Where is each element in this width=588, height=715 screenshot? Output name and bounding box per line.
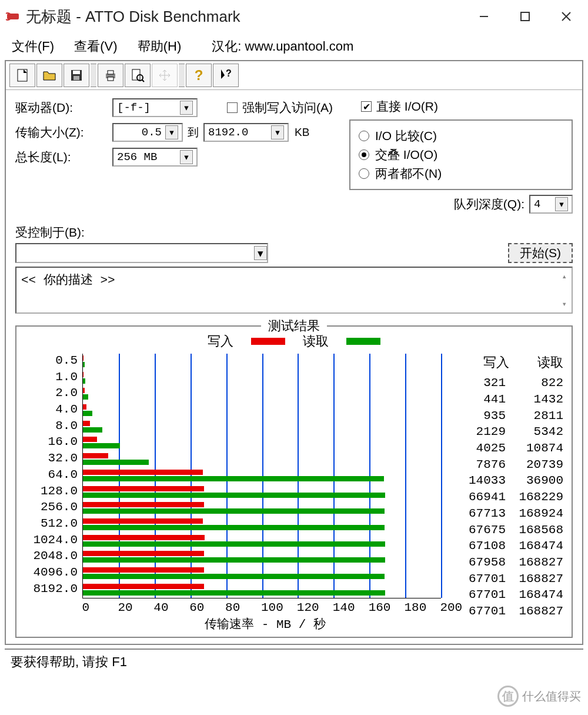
result-row: 402510874 — [452, 440, 563, 457]
svg-rect-9 — [73, 71, 80, 74]
svg-rect-13 — [108, 77, 113, 81]
move-icon[interactable] — [152, 64, 178, 87]
context-help-icon[interactable]: ? — [213, 64, 239, 87]
print-icon[interactable] — [98, 64, 123, 87]
io-mode-group: I/O 比较(C) 交叠 I/O(O) 两者都不(N) — [349, 119, 573, 190]
chart-legend: 写入 读取 — [25, 332, 563, 350]
drive-label: 驱动器(D): — [15, 99, 112, 116]
save-icon[interactable] — [64, 64, 89, 87]
x-axis-label: 传输速率 - MB / 秒 — [82, 616, 448, 632]
result-row: 67701168827 — [452, 570, 563, 587]
result-row: 321822 — [452, 375, 563, 391]
drive-select[interactable]: [-f-]▾ — [112, 98, 198, 117]
scroll-up-icon[interactable]: ▴ — [562, 271, 567, 281]
result-row: 787620739 — [452, 456, 563, 473]
result-row: 67958168827 — [452, 554, 563, 571]
svg-rect-6 — [18, 69, 27, 81]
total-length-label: 总长度(L): — [15, 149, 112, 165]
svg-rect-10 — [74, 76, 79, 80]
minimize-button[interactable] — [477, 10, 490, 23]
result-row: 67713168924 — [452, 506, 563, 522]
direct-io-checkbox[interactable]: ✔直接 I/O(R) — [361, 98, 438, 115]
open-file-icon[interactable] — [36, 64, 62, 87]
result-row: 4411432 — [452, 391, 563, 408]
radio-neither[interactable]: 两者都不(N) — [359, 165, 563, 182]
result-row: 9352811 — [452, 407, 563, 424]
close-button[interactable] — [560, 10, 573, 23]
results-legend: 测试结果 — [261, 317, 327, 335]
svg-line-16 — [142, 79, 144, 82]
scroll-down-icon[interactable]: ▾ — [562, 299, 567, 309]
menu-extra: 汉化: www.upantool.com — [212, 39, 353, 54]
controlled-by-label: 受控制于(B): — [15, 224, 573, 241]
kb-label: KB — [295, 126, 309, 139]
menu-file[interactable]: 文件(F) — [12, 39, 54, 54]
new-file-icon[interactable] — [9, 64, 35, 87]
window-title: 无标题 - ATTO Disk Benchmark — [26, 6, 477, 27]
result-row: 21295342 — [452, 424, 563, 440]
size-from-select[interactable]: 0.5▾ — [112, 123, 183, 142]
svg-rect-3 — [521, 12, 529, 21]
x-axis-ticks: 020406080100120140160180200 — [82, 601, 441, 614]
result-row: 67675168568 — [452, 521, 563, 538]
start-button[interactable]: 开始(S) — [508, 243, 573, 263]
result-row: 66941168229 — [452, 489, 563, 506]
menu-view[interactable]: 查看(V) — [74, 39, 117, 54]
total-length-select[interactable]: 256 MB▾ — [112, 148, 198, 167]
print-preview-icon[interactable] — [125, 64, 151, 87]
result-row: 67701168474 — [452, 587, 563, 603]
to-label: 到 — [188, 125, 199, 140]
radio-overlap-io[interactable]: 交叠 I/O(O) — [359, 147, 563, 163]
col-read: 读取 — [537, 354, 563, 371]
size-to-select[interactable]: 8192.0▾ — [203, 123, 289, 142]
svg-text:?: ? — [226, 68, 232, 78]
status-bar: 要获得帮助, 请按 F1 — [5, 649, 583, 674]
queue-depth-label: 队列深度(Q): — [454, 196, 524, 212]
transfer-size-label: 传输大小(Z): — [15, 124, 112, 141]
radio-io-compare[interactable]: I/O 比较(C) — [359, 128, 563, 144]
y-axis-labels: 0.51.02.04.08.016.032.064.0128.0256.0512… — [25, 354, 82, 598]
svg-rect-12 — [108, 71, 113, 74]
col-write: 写入 — [483, 354, 509, 371]
help-icon[interactable]: ? — [186, 64, 212, 87]
result-row: 1403336900 — [452, 473, 563, 489]
description-input[interactable]: << 你的描述 >> ▴▾ — [15, 267, 573, 314]
app-icon — [6, 9, 20, 24]
svg-rect-0 — [7, 14, 19, 19]
queue-depth-select[interactable]: 4▾ — [529, 195, 573, 214]
menu-help[interactable]: 帮助(H) — [138, 39, 182, 54]
chevron-down-icon[interactable]: ▾ — [180, 101, 193, 115]
bar-chart — [82, 354, 441, 598]
controlled-by-select[interactable]: ▾ — [15, 243, 268, 263]
result-row: 67108168474 — [452, 538, 563, 554]
result-row: 67701168827 — [452, 603, 563, 620]
toolbar: ? ? — [6, 61, 582, 90]
maximize-button[interactable] — [519, 10, 532, 23]
force-write-checkbox[interactable]: 强制写入访问(A) — [227, 99, 333, 116]
